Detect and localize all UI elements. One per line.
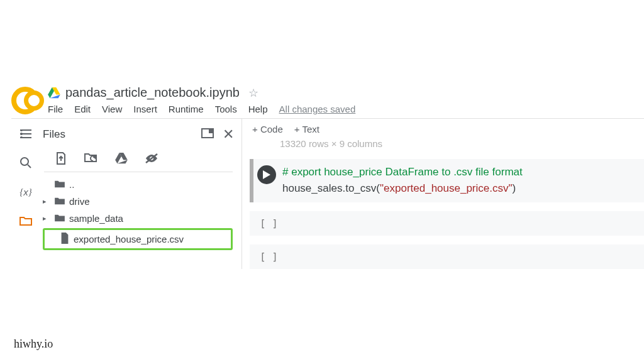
menu-edit[interactable]: Edit: [74, 104, 91, 114]
svg-point-8: [21, 137, 22, 138]
svg-rect-12: [209, 129, 213, 133]
menu-runtime[interactable]: Runtime: [169, 104, 204, 114]
hide-icon[interactable]: [145, 151, 158, 165]
svg-marker-18: [263, 170, 270, 179]
star-icon[interactable]: ☆: [248, 86, 258, 100]
colab-logo: [11, 87, 39, 114]
tree-exported-csv[interactable]: exported_house_price.csv: [43, 228, 233, 250]
menu-help[interactable]: Help: [248, 104, 268, 114]
tree-sample-data[interactable]: ▸ sample_data: [43, 210, 233, 227]
empty-cell-1[interactable]: [ ]: [250, 211, 644, 236]
new-window-icon[interactable]: [201, 128, 214, 141]
tree-up[interactable]: ..: [43, 176, 233, 193]
empty-cell-2[interactable]: [ ]: [250, 244, 644, 269]
variables-icon[interactable]: {x}: [19, 185, 32, 198]
mount-drive-icon[interactable]: [114, 151, 128, 165]
notebook-main: + Code + Text 13320 rows × 9 columns # e…: [242, 119, 644, 269]
code-cell[interactable]: # export house_price DataFrame to .csv f…: [250, 159, 644, 202]
left-rail: {x}: [11, 119, 40, 269]
watermark: hiwhy.io: [14, 337, 53, 351]
svg-point-7: [21, 133, 22, 134]
svg-point-6: [21, 129, 22, 131]
toc-icon[interactable]: [19, 128, 32, 140]
svg-line-10: [28, 165, 31, 168]
files-panel: Files ✕ .. ▸: [40, 119, 242, 269]
run-button[interactable]: [257, 165, 276, 184]
refresh-icon[interactable]: [84, 151, 98, 165]
files-title: Files: [43, 128, 65, 141]
menu-tools[interactable]: Tools: [215, 104, 237, 114]
save-status: All changes saved: [279, 104, 356, 114]
upload-icon[interactable]: [54, 151, 68, 165]
notebook-title[interactable]: pandas_article_notebook.ipynb: [65, 85, 240, 100]
close-icon[interactable]: ✕: [223, 126, 234, 143]
menu-bar: File Edit View Insert Runtime Tools Help…: [48, 104, 355, 114]
files-icon[interactable]: [19, 214, 32, 227]
add-text-button[interactable]: + Text: [294, 124, 319, 134]
code-content[interactable]: # export house_price DataFrame to .csv f…: [282, 164, 523, 196]
svg-marker-13: [94, 156, 96, 158]
search-icon[interactable]: [19, 156, 32, 169]
menu-view[interactable]: View: [102, 104, 122, 114]
add-code-button[interactable]: + Code: [252, 124, 283, 134]
svg-point-9: [21, 158, 28, 165]
tree-drive[interactable]: ▸ drive: [43, 193, 233, 210]
drive-icon: [48, 87, 60, 99]
menu-insert[interactable]: Insert: [133, 104, 157, 114]
output-meta: 13320 rows × 9 columns: [250, 136, 644, 159]
menu-file[interactable]: File: [48, 104, 63, 114]
